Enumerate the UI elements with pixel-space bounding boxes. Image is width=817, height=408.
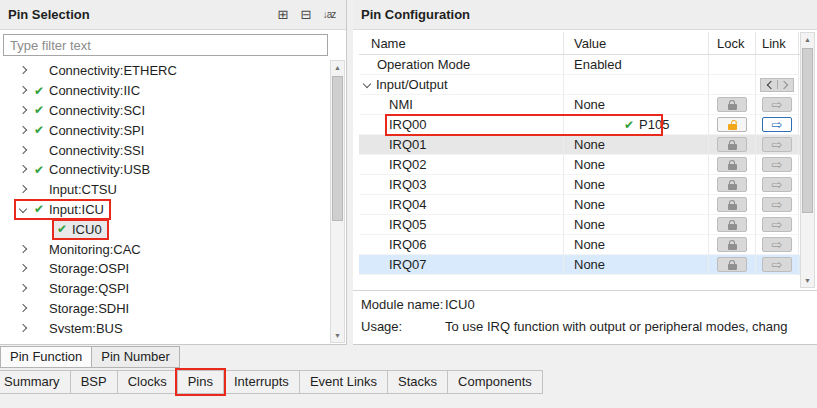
tree-item-connectivity-sci[interactable]: ✔Connectivity:SCI [2,101,328,121]
config-lock-cell [709,215,756,235]
config-value-cell[interactable]: None [564,235,709,255]
config-lock-cell [709,175,756,195]
tree-item-label: Monitoring:CAC [49,242,141,257]
config-row-irq04[interactable]: IRQ04None⇨ [359,195,802,215]
chevron-right-icon[interactable] [19,304,28,313]
expand-all-icon[interactable]: ⊞ [274,6,292,24]
config-link-cell: ⇨ [756,215,799,235]
tree-item-system-bus[interactable]: System:BUS [2,318,328,333]
tab-components[interactable]: Components [447,370,543,394]
config-value-cell[interactable] [564,75,709,95]
lock-icon [728,204,737,210]
scroll-down-icon[interactable]: ▼ [331,329,344,342]
config-value-cell[interactable]: ✔P105 [564,115,709,135]
config-name-cell: IRQ00 [359,115,564,135]
config-row-input-output[interactable]: Input/Output [359,75,802,95]
tree-item-monitoring-cac[interactable]: Monitoring:CAC [2,239,328,259]
config-row-irq02[interactable]: IRQ02None⇨ [359,155,802,175]
chevron-right-icon[interactable] [19,185,28,194]
tree-item-storage-qspi[interactable]: Storage:QSPI [2,279,328,299]
tree-item-inner: ✔Connectivity:SPI [16,122,149,139]
check-icon: ✔ [34,203,49,215]
config-row-irq07[interactable]: IRQ07None⇨ [359,255,802,275]
config-row-operation-mode[interactable]: Operation ModeEnabled [359,55,802,75]
tab-event-links[interactable]: Event Links [299,370,388,394]
config-value-cell[interactable]: None [564,135,709,155]
tab-stacks[interactable]: Stacks [387,370,448,394]
details-separator [353,290,817,291]
chevron-right-icon[interactable] [19,146,28,155]
scroll-up-icon[interactable]: ▲ [331,61,344,74]
pin-config-rows: Operation ModeEnabledInput/OutputNMINone… [359,55,802,275]
pin-selection-toolbar: ⊞⊟↓az [274,6,338,24]
check-icon: ✔ [34,85,49,97]
config-lock-cell [709,115,756,135]
tab-pins[interactable]: Pins [177,370,224,394]
config-link-cell: ⇨ [756,175,799,195]
config-row-nmi[interactable]: NMINone⇨ [359,95,802,115]
config-value-cell[interactable]: None [564,195,709,215]
config-value-cell[interactable]: None [564,175,709,195]
tree-item-storage-ospi[interactable]: Storage:OSPI [2,259,328,279]
chevron-right-icon[interactable] [19,106,28,115]
link-arrow-icon: ⇨ [772,178,783,191]
chevron-right-icon[interactable] [19,324,28,333]
tab-interrupts[interactable]: Interrupts [223,370,300,394]
tab-clocks[interactable]: Clocks [117,370,178,394]
chevron-right-icon[interactable] [19,66,28,75]
filter-input[interactable] [3,34,328,56]
tree-item-connectivity-etherc[interactable]: Connectivity:ETHERC [2,61,328,81]
config-name-cell: IRQ06 [359,235,564,255]
chevron-right-icon[interactable] [19,264,28,273]
chevron-right-icon[interactable] [19,126,28,135]
config-value-cell[interactable]: None [564,95,709,115]
chevron-right-icon[interactable] [19,284,28,293]
tab-bsp[interactable]: BSP [70,370,118,394]
link-button[interactable]: ⇨ [762,117,792,132]
tab-pin-function[interactable]: Pin Function [0,346,92,368]
chevron-right-icon[interactable] [19,245,28,254]
config-row-irq05[interactable]: IRQ05None⇨ [359,215,802,235]
config-row-irq00[interactable]: IRQ00✔P105⇨ [359,115,802,135]
tab-summary[interactable]: Summary [0,370,71,394]
column-header-lock: Lock [709,32,756,54]
table-scrollbar[interactable]: ▲ ▼ [800,32,815,288]
tree-scrollbar[interactable]: ▲ ▼ [330,60,345,343]
tree-item-connectivity-usb[interactable]: ✔Connectivity:USB [2,160,328,180]
collapse-all-icon[interactable]: ⊟ [297,6,315,24]
config-lock-cell [709,255,756,275]
prev-next-nav[interactable] [760,78,794,92]
tab-pin-number[interactable]: Pin Number [91,346,180,368]
chevron-down-icon[interactable] [363,80,372,89]
tree-item-storage-sdhi[interactable]: Storage:SDHI [2,299,328,319]
tree-item-inner: System:BUS [16,320,128,333]
config-row-irq01[interactable]: IRQ01None⇨ [359,135,802,155]
tree-item-input-icu[interactable]: ✔Input:ICU [2,200,328,220]
config-value-cell[interactable]: None [564,215,709,235]
tree-item-input-ctsu[interactable]: Input:CTSU [2,180,328,200]
lock-button [717,237,747,252]
lock-button [717,217,747,232]
chevron-right-icon[interactable] [19,165,28,174]
lock-button[interactable] [717,117,747,132]
tree-item-inner: Connectivity:ETHERC [16,62,182,79]
config-value-cell[interactable]: Enabled [564,55,709,75]
tree-item-connectivity-iic[interactable]: ✔Connectivity:IIC [2,81,328,101]
tree-item-inner: ✔Connectivity:SCI [16,102,150,119]
sort-alphabetical-icon[interactable]: ↓az [320,6,338,24]
tree-item-connectivity-ssi[interactable]: Connectivity:SSI [2,140,328,160]
lock-icon [728,104,737,110]
tree-item-connectivity-spi[interactable]: ✔Connectivity:SPI [2,120,328,140]
config-value-cell[interactable]: None [564,255,709,275]
scroll-down-icon[interactable]: ▼ [801,274,814,287]
config-row-irq06[interactable]: IRQ06None⇨ [359,235,802,255]
scrollbar-thumb[interactable] [332,76,343,221]
chevron-right-icon[interactable] [19,86,28,95]
config-value: None [574,257,605,272]
config-row-irq03[interactable]: IRQ03None⇨ [359,175,802,195]
tree-item-icu0[interactable]: ✔ICU0 [2,219,328,239]
scroll-up-icon[interactable]: ▲ [801,33,814,46]
config-value-cell[interactable]: None [564,155,709,175]
scrollbar-thumb[interactable] [802,48,813,213]
chevron-down-icon[interactable] [19,205,28,214]
